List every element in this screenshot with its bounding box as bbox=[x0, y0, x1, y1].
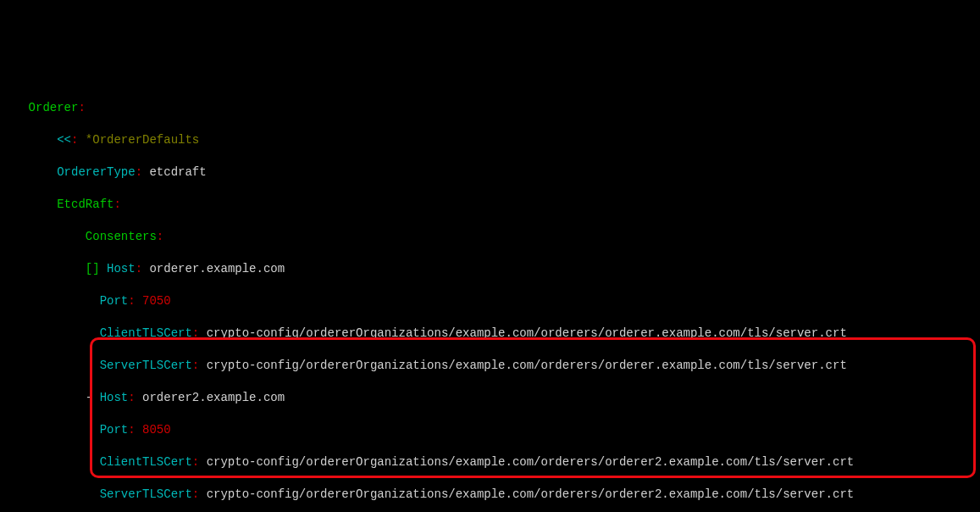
val-clienttls: crypto-config/ordererOrganizations/examp… bbox=[207, 455, 855, 469]
code-editor-view[interactable]: Orderer: <<: *OrdererDefaults OrdererTyp… bbox=[0, 64, 980, 512]
key-servertls: ServerTLSCert bbox=[100, 487, 192, 501]
fold-bracket: [] bbox=[86, 262, 100, 275]
key-orderer: Orderer bbox=[29, 101, 79, 114]
val-clienttls: crypto-config/ordererOrganizations/examp… bbox=[207, 326, 847, 340]
key-servertls: ServerTLSCert bbox=[100, 359, 192, 372]
anchor-ref: *OrdererDefaults bbox=[86, 133, 199, 147]
key-etcdraft: EtcdRaft bbox=[57, 198, 114, 211]
yaml-config-source[interactable]: Orderer: <<: *OrdererDefaults OrdererTyp… bbox=[0, 81, 980, 512]
key-orderertype: OrdererType bbox=[57, 165, 135, 179]
val-servertls: crypto-config/ordererOrganizations/examp… bbox=[207, 487, 855, 501]
key-host: Host bbox=[100, 391, 129, 404]
key-host: Host bbox=[107, 262, 136, 275]
merge-op: << bbox=[57, 133, 71, 147]
key-port: Port bbox=[100, 423, 129, 437]
key-clienttls: ClientTLSCert bbox=[100, 326, 192, 340]
val-servertls: crypto-config/ordererOrganizations/examp… bbox=[207, 359, 847, 372]
val-host: orderer2.example.com bbox=[142, 391, 285, 404]
val-orderertype: etcdraft bbox=[149, 165, 206, 179]
key-port: Port bbox=[100, 294, 129, 308]
val-port: 8050 bbox=[142, 423, 171, 437]
key-consenters: Consenters bbox=[86, 230, 157, 243]
key-clienttls: ClientTLSCert bbox=[100, 455, 192, 469]
val-port: 7050 bbox=[142, 294, 171, 308]
val-host: orderer.example.com bbox=[149, 262, 285, 275]
